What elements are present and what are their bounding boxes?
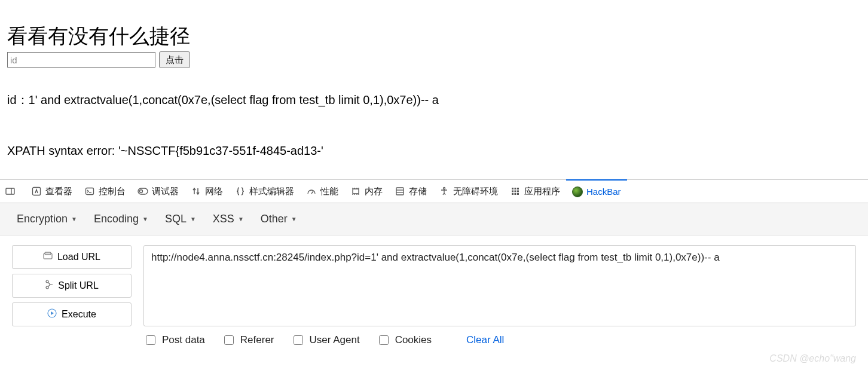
tab-label: 性能	[320, 186, 338, 197]
tab-performance[interactable]: 性能	[300, 179, 344, 203]
svg-rect-16	[512, 191, 514, 192]
id-query-line: id：1' and extractvalue(1,concat(0x7e,(se…	[7, 92, 861, 108]
checkbox[interactable]	[294, 335, 303, 345]
button-label: Execute	[62, 309, 96, 320]
network-icon	[191, 186, 201, 197]
id-input[interactable]	[7, 52, 155, 68]
menu-label: XSS	[213, 213, 234, 225]
tab-memory[interactable]: 内存	[344, 179, 389, 203]
svg-rect-21	[517, 193, 519, 195]
check-user-agent[interactable]: User Agent	[291, 334, 360, 347]
tab-label: 控制台	[99, 186, 126, 197]
caret-icon: ▼	[190, 216, 196, 222]
check-label: Cookies	[395, 334, 432, 346]
tab-label: 网络	[205, 186, 223, 197]
svg-point-12	[444, 188, 445, 189]
split-url-button[interactable]: Split URL	[12, 274, 132, 298]
tab-style-editor[interactable]: 样式编辑器	[229, 179, 300, 203]
execute-icon	[47, 308, 57, 320]
tab-storage[interactable]: 存储	[389, 179, 433, 203]
check-label: User Agent	[310, 334, 360, 346]
devtools-tabbar: 查看器 控制台 调试器 网络 样式编辑器 性能 内存 存储 无障碍环境 应用程序…	[0, 179, 868, 203]
debugger-icon	[137, 186, 148, 197]
svg-rect-18	[517, 191, 519, 192]
hackbar-checks: Post data Referer User Agent Cookies Cle…	[0, 330, 868, 347]
memory-icon	[350, 186, 361, 197]
check-post-data[interactable]: Post data	[143, 334, 205, 347]
tab-debugger[interactable]: 调试器	[132, 179, 185, 203]
checkbox[interactable]	[146, 335, 155, 345]
accessibility-icon	[439, 186, 450, 197]
style-editor-icon	[235, 186, 246, 197]
tab-label: 应用程序	[524, 186, 560, 197]
tab-network[interactable]: 网络	[185, 179, 229, 203]
menu-label: Other	[261, 213, 288, 225]
menu-label: Encoding	[94, 213, 139, 225]
tab-accessibility[interactable]: 无障碍环境	[433, 179, 504, 203]
console-icon	[84, 186, 95, 197]
menu-xss[interactable]: XSS▼	[213, 213, 244, 225]
tab-label: 无障碍环境	[453, 186, 498, 197]
svg-rect-17	[515, 191, 516, 192]
load-url-button[interactable]: Load URL	[12, 245, 132, 269]
menu-sql[interactable]: SQL▼	[165, 213, 196, 225]
menu-label: Encryption	[17, 213, 68, 225]
url-textarea[interactable]	[143, 245, 856, 326]
button-label: Split URL	[58, 280, 99, 291]
caret-icon: ▼	[142, 216, 148, 222]
performance-icon	[306, 186, 317, 197]
check-cookies[interactable]: Cookies	[377, 334, 432, 347]
svg-line-7	[311, 191, 313, 194]
caret-icon: ▼	[291, 216, 297, 222]
svg-rect-19	[512, 193, 514, 195]
check-label: Referer	[240, 334, 274, 346]
error-line: XPATH syntax error: '~NSSCTF{f5b91c37-55…	[7, 144, 861, 158]
svg-rect-13	[512, 188, 514, 189]
checkbox[interactable]	[224, 335, 234, 345]
clear-all-link[interactable]: Clear All	[466, 334, 504, 346]
tab-label: 样式编辑器	[249, 186, 294, 197]
devtools-dock-icon[interactable]	[5, 186, 16, 197]
menu-encoding[interactable]: Encoding▼	[94, 213, 148, 225]
tab-label: HackBar	[586, 186, 621, 197]
hackbar-body: Load URL Split URL Execute	[0, 236, 868, 332]
svg-rect-14	[515, 188, 516, 189]
svg-rect-15	[517, 188, 519, 189]
svg-rect-0	[6, 188, 14, 194]
hackbar-menu-bar: Encryption▼ Encoding▼ SQL▼ XSS▼ Other▼	[0, 203, 868, 236]
svg-rect-8	[353, 189, 359, 194]
tab-hackbar[interactable]: HackBar	[566, 179, 627, 203]
submit-button[interactable]: 点击	[159, 51, 190, 68]
check-referer[interactable]: Referer	[222, 334, 274, 347]
tab-label: 内存	[365, 186, 383, 197]
caret-icon: ▼	[71, 216, 77, 222]
tab-label: 查看器	[45, 186, 72, 197]
menu-other[interactable]: Other▼	[261, 213, 297, 225]
menu-encryption[interactable]: Encryption▼	[17, 213, 77, 225]
svg-rect-9	[396, 188, 404, 195]
split-url-icon	[45, 280, 53, 292]
checkbox[interactable]	[379, 335, 389, 345]
tab-label: 存储	[409, 186, 427, 197]
svg-point-6	[140, 190, 143, 193]
load-url-icon	[43, 252, 53, 262]
menu-label: SQL	[165, 213, 187, 225]
svg-rect-23	[45, 252, 51, 255]
check-label: Post data	[162, 334, 205, 346]
inspector-icon	[31, 186, 42, 197]
caret-icon: ▼	[238, 216, 244, 222]
tab-label: 调试器	[152, 186, 179, 197]
svg-rect-20	[515, 193, 516, 195]
page-heading: 看看有没有什么捷径	[7, 23, 861, 50]
storage-icon	[395, 186, 405, 197]
application-icon	[510, 186, 521, 197]
tab-application[interactable]: 应用程序	[504, 179, 566, 203]
hackbar-icon	[572, 186, 583, 197]
execute-button[interactable]: Execute	[12, 302, 132, 326]
svg-rect-3	[86, 188, 94, 195]
tab-console[interactable]: 控制台	[78, 179, 132, 203]
button-label: Load URL	[57, 252, 100, 262]
tab-inspector[interactable]: 查看器	[25, 179, 78, 203]
